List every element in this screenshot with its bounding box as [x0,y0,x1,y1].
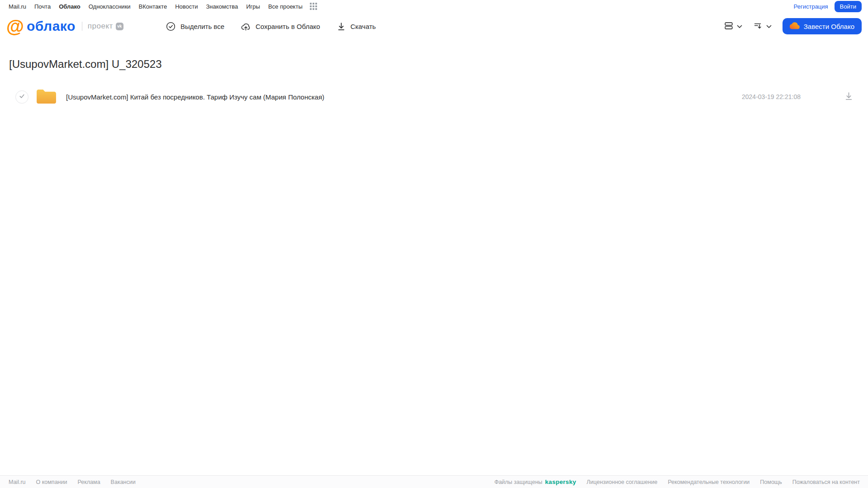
file-toolbar: Выделить все Сохранить в Облако Скача [166,21,376,32]
cloud-upload-icon [241,21,251,32]
get-cloud-label: Завести Облако [804,23,854,30]
project-label: проект [88,22,113,31]
nav-item-vse-proekty[interactable]: Все проекты [268,3,303,10]
footer-link-recommendations[interactable]: Рекомендательные технологии [668,479,749,485]
footer-left-links: Mail.ru О компании Реклама Вакансии [9,479,136,485]
kaspersky-logo[interactable]: kaspersky [545,479,576,485]
select-all-label: Выделить все [180,23,224,30]
footer-link-ads[interactable]: Реклама [77,479,100,485]
cloud-icon [790,21,800,32]
view-rows-icon [724,21,734,32]
apps-grid-icon[interactable] [310,3,317,10]
file-checkbox[interactable] [15,90,28,104]
download-icon [844,91,854,102]
footer-link-help[interactable]: Помощь [760,479,782,485]
select-all-button[interactable]: Выделить все [166,21,224,32]
sort-button[interactable] [753,21,772,32]
get-cloud-button[interactable]: Завести Облако [783,18,862,34]
nav-item-pochta[interactable]: Почта [34,3,51,10]
logo-divider [82,22,82,31]
file-row[interactable]: [UsupovMarket.com] Китай без посредников… [0,85,868,108]
mailru-at-icon: @ [6,17,24,35]
portal-nav-auth: Регистрация Войти [794,1,862,12]
footer-right-links: Файлы защищены kaspersky Лицензионное со… [494,479,860,485]
nav-item-igry[interactable]: Игры [246,3,260,10]
vk-badge-icon: vk [116,23,123,30]
footer: Mail.ru О компании Реклама Вакансии Файл… [0,475,868,488]
footer-link-company[interactable]: О компании [36,479,67,485]
nav-item-znakomstva[interactable]: Знакомства [206,3,238,10]
download-icon [337,22,346,31]
footer-link-license[interactable]: Лицензионное соглашение [587,479,658,485]
login-button[interactable]: Войти [835,1,862,12]
checkmark-icon [19,93,25,101]
kaspersky-protected: Файлы защищены kaspersky [494,479,576,485]
sort-icon [753,21,763,32]
file-download-button[interactable] [844,91,854,102]
nav-item-mailru[interactable]: Mail.ru [9,3,26,10]
cloud-public-page: Mail.ru Почта Облако Одноклассники ВКонт… [0,0,868,488]
save-to-cloud-label: Сохранить в Облако [256,23,320,30]
download-label: Скачать [351,23,376,30]
chevron-down-icon [737,23,742,30]
save-to-cloud-button[interactable]: Сохранить в Облако [241,21,320,32]
page-title: [UsupovMarket.com] U_320523 [9,58,868,71]
main-content: [UsupovMarket.com] U_320523 [0,58,868,108]
view-mode-button[interactable] [724,21,742,32]
footer-link-jobs[interactable]: Вакансии [111,479,136,485]
nav-item-novosti[interactable]: Новости [175,3,198,10]
footer-link-report[interactable]: Пожаловаться на контент [792,479,860,485]
chevron-down-icon [766,23,772,30]
file-name-link[interactable]: [UsupovMarket.com] Китай без посредников… [66,93,742,101]
protected-label: Файлы защищены [494,479,542,485]
cloud-logo-text: облако [27,19,76,34]
nav-item-odnoklassniki[interactable]: Одноклассники [89,3,131,10]
cloud-logo[interactable]: @ облако проект vk [6,17,142,35]
portal-nav: Mail.ru Почта Облако Одноклассники ВКонт… [0,0,868,13]
registration-link[interactable]: Регистрация [794,3,828,10]
download-button[interactable]: Скачать [337,22,376,31]
cloud-header: @ облако проект vk Выделить все [0,13,868,40]
check-circle-icon [166,21,176,32]
footer-link-mailru[interactable]: Mail.ru [9,479,26,485]
nav-item-oblako[interactable]: Облако [59,3,81,10]
portal-nav-links: Mail.ru Почта Облако Одноклассники ВКонт… [9,3,317,10]
nav-item-vkontakte[interactable]: ВКонтакте [139,3,167,10]
folder-icon [36,87,57,107]
file-date: 2024-03-19 22:21:08 [742,93,801,100]
